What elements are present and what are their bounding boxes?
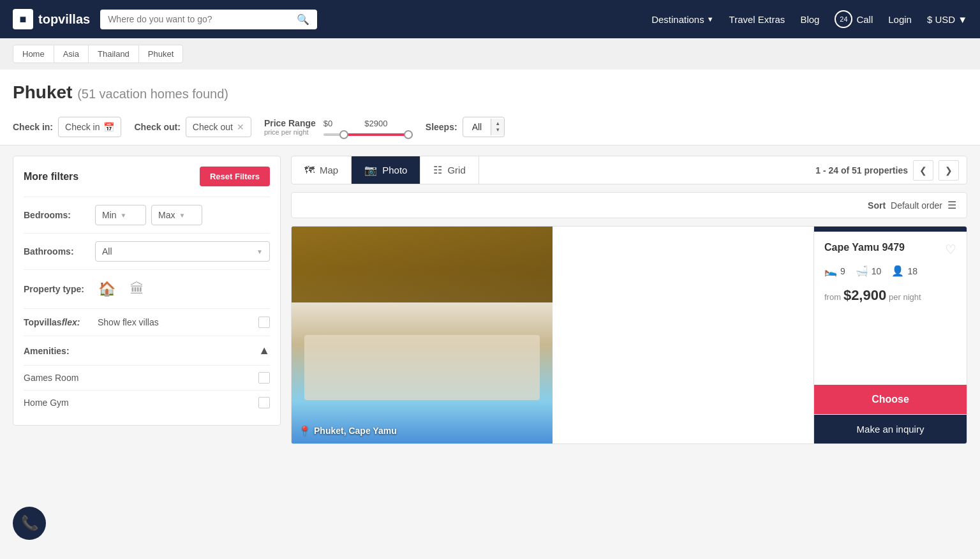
tab-photo[interactable]: 📷 Photo [352, 156, 420, 184]
card-stats: 🛌 9 🛁 10 👤 18 [824, 265, 956, 277]
checkout-input[interactable]: Check out ✕ [186, 117, 251, 137]
property-type-villa[interactable]: 🏠 [95, 278, 118, 301]
main-photo: 📍 Phuket, Cape Yamu [292, 227, 553, 443]
tab-grid[interactable]: ☷ Grid [420, 156, 479, 184]
bathrooms-select[interactable]: All ▼ [95, 241, 270, 262]
page-subtitle: (51 vacation homes found) [77, 87, 228, 101]
nav-links: Destinations ▼ Travel Extras Blog 24 Cal… [651, 10, 967, 28]
tab-map[interactable]: 🗺 Map [292, 157, 352, 184]
sleeps-icon: 👤 [891, 265, 904, 277]
bedrooms-label: Bedrooms: [24, 210, 87, 220]
call-label: Call [856, 14, 873, 25]
property-name: Cape Yamu 9479 [824, 242, 905, 253]
checkin-label: Check in: [13, 122, 53, 132]
calendar-icon: 📅 [103, 122, 114, 132]
per-night-label: per night [889, 292, 921, 302]
price-range-slider[interactable] [323, 133, 413, 136]
price-range-values: $0 $2900 [323, 119, 413, 136]
bathrooms-label: Bathrooms: [24, 246, 87, 257]
price-range-sub: price per night [264, 128, 316, 136]
card-header-bar [814, 227, 967, 232]
price-max: $2900 [364, 119, 387, 128]
amenity-games-room-checkbox[interactable] [258, 372, 270, 384]
bed-icon: 🛌 [824, 265, 837, 277]
amenities-toggle[interactable]: ▲ [258, 344, 270, 357]
breadcrumb-thailand[interactable]: Thailand [88, 45, 139, 63]
breadcrumb-asia[interactable]: Asia [54, 45, 89, 63]
sidebar-card: More filters Reset Filters Bedrooms: Min… [13, 156, 281, 426]
price-range-title: Price Range [264, 118, 316, 128]
call-hours-badge: 24 [835, 10, 852, 28]
pagination-row: 1 - 24 of 51 properties ❮ ❯ [815, 160, 967, 181]
property-grid: 📍 Phuket, Cape Yamu Cape Yamu 9479 [291, 226, 967, 444]
checkout-group: Check out: Check out ✕ [134, 117, 251, 137]
amenity-games-room: Games Room [24, 365, 270, 390]
main-content: More filters Reset Filters Bedrooms: Min… [0, 145, 980, 454]
sort-icon[interactable]: ☰ [947, 199, 956, 211]
amenity-home-gym-label: Home Gym [24, 398, 69, 408]
range-thumb-left[interactable] [339, 130, 348, 139]
property-type-house[interactable]: 🏛 [126, 278, 149, 301]
bathrooms-row: Bathrooms: All ▼ [24, 233, 270, 269]
photo-icon: 📷 [364, 164, 377, 176]
sleeps-count: 18 [907, 266, 917, 276]
search-icon[interactable]: 🔍 [297, 13, 309, 26]
sort-label: Sort [868, 200, 886, 211]
sort-value: Default order [891, 200, 942, 211]
property-type-icons: 🏠 🏛 [95, 278, 149, 301]
pagination-text: 1 - 24 of 51 properties [815, 165, 908, 175]
chevron-down-icon: ▼ [958, 14, 967, 25]
breadcrumb-phuket[interactable]: Phuket [138, 45, 183, 63]
nav-login[interactable]: Login [888, 14, 912, 25]
amenities-row: Amenities: ▲ [24, 336, 270, 365]
nav-travel-extras[interactable]: Travel Extras [729, 14, 785, 25]
property-card: Cape Yamu 9479 ♡ 🛌 9 🛁 10 👤 [813, 227, 967, 443]
logo[interactable]: ■ topvillas [13, 9, 90, 29]
card-body: Cape Yamu 9479 ♡ 🛌 9 🛁 10 👤 [814, 232, 967, 385]
inquiry-button[interactable]: Make an inquiry [814, 415, 967, 443]
nav-destinations[interactable]: Destinations ▼ [651, 14, 713, 25]
show-flex-villas-label: Show flex villas [98, 317, 251, 327]
amenity-games-room-label: Games Room [24, 373, 78, 383]
bedrooms-min-select[interactable]: Min ▼ [95, 205, 146, 225]
show-flex-villas-checkbox[interactable] [258, 317, 270, 328]
nav-blog[interactable]: Blog [800, 14, 819, 25]
card-title-row: Cape Yamu 9479 ♡ [824, 242, 956, 257]
chevron-down-icon: ▼ [707, 15, 714, 23]
nav-currency[interactable]: $ USD ▼ [927, 14, 967, 25]
logo-icon: ■ [13, 9, 33, 29]
breadcrumb-home[interactable]: Home [13, 45, 54, 63]
search-bar[interactable]: 🔍 [100, 10, 317, 29]
bedrooms-count: 9 [840, 266, 845, 276]
stepper-down[interactable]: ▼ [495, 128, 500, 133]
bedrooms-max-select[interactable]: Max ▼ [151, 205, 202, 225]
chevron-down-icon: ▼ [121, 212, 127, 219]
stepper-up[interactable]: ▲ [495, 121, 500, 126]
view-tabs: 🗺 Map 📷 Photo ☷ Grid 1 - 24 of 51 proper… [291, 156, 967, 184]
sleeps-stepper[interactable]: All ▲ ▼ [463, 117, 505, 137]
from-label: from [824, 292, 841, 302]
sleeps-stepper-buttons[interactable]: ▲ ▼ [491, 119, 504, 135]
pagination-prev[interactable]: ❮ [913, 160, 933, 181]
map-icon: 🗺 [304, 165, 315, 176]
bedrooms-row: Bedrooms: Min ▼ Max ▼ [24, 197, 270, 233]
choose-button[interactable]: Choose [814, 385, 967, 414]
search-input[interactable] [108, 14, 292, 24]
nav-call[interactable]: 24 Call [835, 10, 873, 28]
clear-icon: ✕ [237, 122, 244, 132]
breadcrumb: Home Asia Thailand Phuket [0, 38, 980, 70]
price-range-section: Price Range price per night $0 $2900 [264, 118, 413, 136]
price-range-label: Price Range price per night [264, 118, 316, 136]
page-title: Phuket (51 vacation homes found) [13, 82, 967, 103]
checkin-input[interactable]: Check in 📅 [58, 117, 121, 137]
property-type-label: Property type: [24, 284, 87, 294]
more-filters-title: More filters [24, 171, 78, 183]
amenities-label: Amenities: [24, 346, 70, 356]
amenity-home-gym-checkbox[interactable] [258, 397, 270, 408]
bathrooms-count: 10 [872, 266, 882, 276]
reset-filters-button[interactable]: Reset Filters [200, 167, 270, 186]
pagination-next[interactable]: ❯ [939, 160, 959, 181]
checkout-label: Check out: [134, 122, 180, 132]
favorite-button[interactable]: ♡ [945, 242, 956, 257]
range-thumb-right[interactable] [404, 130, 413, 139]
